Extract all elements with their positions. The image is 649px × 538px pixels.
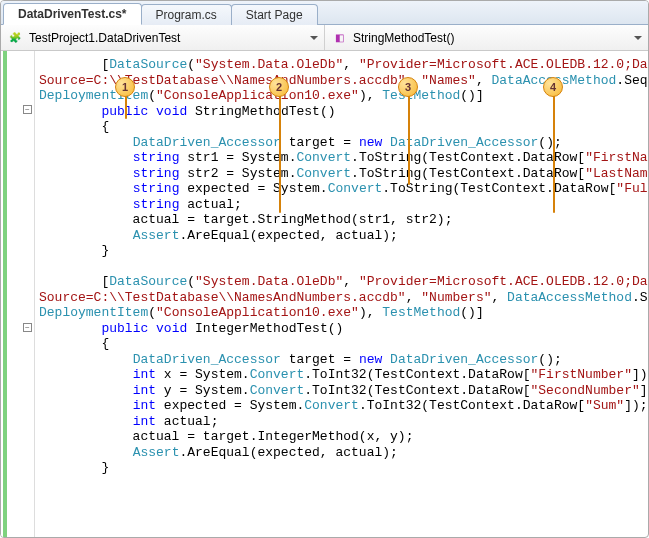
tab-datadriventest[interactable]: DataDrivenTest.cs* bbox=[3, 3, 142, 25]
chevron-down-icon bbox=[634, 36, 642, 40]
navigation-bar: 🧩 TestProject1.DataDrivenTest ◧ StringMe… bbox=[1, 25, 648, 51]
class-dropdown[interactable]: 🧩 TestProject1.DataDrivenTest bbox=[1, 25, 325, 50]
outline-collapse-icon[interactable] bbox=[23, 323, 32, 332]
code-area[interactable]: [DataSource("System.Data.OleDb", "Provid… bbox=[35, 51, 648, 537]
chevron-down-icon bbox=[310, 36, 318, 40]
member-dropdown[interactable]: ◧ StringMethodTest() bbox=[325, 25, 648, 50]
code-editor[interactable]: [DataSource("System.Data.OleDb", "Provid… bbox=[1, 51, 648, 537]
method-icon: ◧ bbox=[331, 30, 347, 46]
tab-bar: DataDrivenTest.cs* Program.cs Start Page bbox=[1, 1, 648, 25]
editor-gutter bbox=[1, 51, 35, 537]
tab-program[interactable]: Program.cs bbox=[141, 4, 232, 25]
class-dropdown-label: TestProject1.DataDrivenTest bbox=[29, 31, 180, 45]
outline-collapse-icon[interactable] bbox=[23, 105, 32, 114]
class-icon: 🧩 bbox=[7, 30, 23, 46]
member-dropdown-label: StringMethodTest() bbox=[353, 31, 454, 45]
tab-startpage[interactable]: Start Page bbox=[231, 4, 318, 25]
